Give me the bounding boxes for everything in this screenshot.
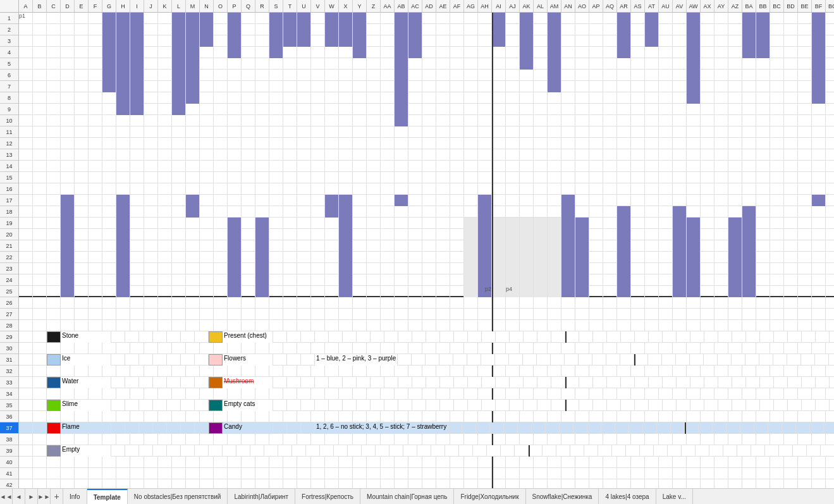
cell-r19-c52[interactable] xyxy=(742,218,756,229)
cell-r29-c22[interactable] xyxy=(398,331,412,343)
cell-r28-c42[interactable] xyxy=(603,320,617,331)
cell-r7-c32[interactable] xyxy=(464,81,478,92)
cell-r20-c35[interactable] xyxy=(506,229,520,240)
cell-r35-c21[interactable] xyxy=(384,400,398,411)
cell-r4-c13[interactable] xyxy=(200,47,214,58)
cell-r20-c36[interactable] xyxy=(520,229,534,240)
cell-r21-c12[interactable] xyxy=(186,240,200,252)
cell-r8-c24[interactable] xyxy=(353,92,367,104)
cell-r15-c28[interactable] xyxy=(408,172,422,183)
cell-r9-c37[interactable] xyxy=(534,104,548,115)
cell-r28-c36[interactable] xyxy=(520,320,534,331)
cell-r34-c28[interactable] xyxy=(408,388,422,400)
cell-r32-c18[interactable] xyxy=(269,366,283,377)
cell-r20-c24[interactable] xyxy=(353,229,367,240)
cell-r37-c10[interactable] xyxy=(195,422,209,434)
cell-r27-c49[interactable] xyxy=(701,309,714,320)
sheet-tab-8[interactable]: 4 lakes|4 озера xyxy=(599,489,656,504)
cell-r11-c27[interactable] xyxy=(395,126,408,138)
cell-r30-c17[interactable] xyxy=(255,343,269,354)
cell-r31-c30[interactable] xyxy=(579,354,592,366)
cell-r29-c25[interactable] xyxy=(440,331,454,343)
cell-r2-c33[interactable] xyxy=(478,24,492,35)
cell-r28-c5[interactable] xyxy=(89,320,102,331)
cell-r37-c24[interactable] xyxy=(546,422,560,434)
cell-r16-c52[interactable] xyxy=(742,183,756,195)
cell-r33-c12[interactable]: Mushroom xyxy=(223,377,273,388)
cell-r16-c31[interactable] xyxy=(450,183,464,195)
cell-r9-c30[interactable] xyxy=(436,104,450,115)
cell-r34-c2[interactable] xyxy=(47,388,61,400)
cell-r38-c21[interactable] xyxy=(311,434,325,445)
cell-r42-c33[interactable] xyxy=(478,479,492,488)
cell-r30-c24[interactable] xyxy=(353,343,367,354)
cell-r7-c39[interactable] xyxy=(561,81,575,92)
cell-r42-c14[interactable] xyxy=(214,479,228,488)
cell-r7-c58[interactable] xyxy=(826,81,834,92)
cell-r3-c16[interactable] xyxy=(242,35,255,47)
cell-r12-c14[interactable] xyxy=(214,138,228,149)
cell-r36-c28[interactable] xyxy=(408,411,422,422)
cell-r38-c4[interactable] xyxy=(75,434,89,445)
cell-r23-c2[interactable] xyxy=(47,263,61,274)
cell-r30-c19[interactable] xyxy=(283,343,297,354)
cell-r36-c34[interactable] xyxy=(492,411,506,422)
cell-r2-c58[interactable] xyxy=(826,24,834,35)
cell-r10-c14[interactable] xyxy=(214,115,228,126)
cell-r6-c56[interactable] xyxy=(798,70,812,81)
cell-r12-c42[interactable] xyxy=(603,138,617,149)
cell-r2-c47[interactable] xyxy=(673,24,687,35)
cell-r35-c4[interactable] xyxy=(111,400,125,411)
cell-r24-c52[interactable] xyxy=(742,274,756,286)
cell-r21-c33[interactable] xyxy=(478,240,492,252)
cell-r35-c49[interactable] xyxy=(774,400,788,411)
cell-r35-c16[interactable] xyxy=(315,400,329,411)
cell-r7-c18[interactable] xyxy=(269,81,283,92)
cell-r5-c56[interactable] xyxy=(798,58,812,70)
cell-r4-c17[interactable] xyxy=(255,47,269,58)
cell-r4-c32[interactable] xyxy=(464,47,478,58)
cell-r22-c14[interactable] xyxy=(214,252,228,263)
cell-r38-c53[interactable] xyxy=(756,434,770,445)
cell-r42-c12[interactable] xyxy=(186,479,200,488)
cell-r32-c2[interactable] xyxy=(47,366,61,377)
cell-r40-c15[interactable] xyxy=(228,457,242,468)
cell-r30-c33[interactable] xyxy=(478,343,492,354)
cell-r7-c11[interactable] xyxy=(172,81,186,92)
cell-r6-c17[interactable] xyxy=(255,70,269,81)
cell-r40-c19[interactable] xyxy=(283,457,297,468)
cell-r1-c3[interactable] xyxy=(61,13,75,24)
cell-r18-c55[interactable] xyxy=(784,206,798,218)
cell-r38-c36[interactable] xyxy=(520,434,534,445)
cell-r39-c30[interactable] xyxy=(473,445,487,457)
cell-r18-c54[interactable] xyxy=(770,206,784,218)
cell-r28-c26[interactable] xyxy=(381,320,395,331)
cell-r30-c23[interactable] xyxy=(339,343,353,354)
cell-r36-c15[interactable] xyxy=(228,411,242,422)
cell-r24-c42[interactable] xyxy=(603,274,617,286)
cell-r31-c32[interactable] xyxy=(606,354,620,366)
cell-r3-c1[interactable] xyxy=(33,35,47,47)
cell-r39-c13[interactable] xyxy=(236,445,250,457)
cell-r24-c51[interactable] xyxy=(728,274,742,286)
cell-r10-c17[interactable] xyxy=(255,115,269,126)
cell-r19-c16[interactable] xyxy=(242,218,255,229)
cell-r39-c28[interactable] xyxy=(445,445,459,457)
cell-r4-c19[interactable] xyxy=(283,47,297,58)
cell-r21-c30[interactable] xyxy=(436,240,450,252)
cell-r3-c34[interactable] xyxy=(492,35,506,47)
cell-r29-c13[interactable] xyxy=(273,331,287,343)
cell-r3-c58[interactable] xyxy=(826,35,834,47)
cell-r30-c27[interactable] xyxy=(395,343,408,354)
cell-r3-c2[interactable] xyxy=(47,35,61,47)
cell-r41-c30[interactable] xyxy=(436,468,450,479)
cell-r4-c15[interactable] xyxy=(228,47,242,58)
cell-r6-c26[interactable] xyxy=(381,70,395,81)
cell-r2-c13[interactable] xyxy=(200,24,214,35)
cell-r20-c45[interactable] xyxy=(645,229,659,240)
cell-r30-c25[interactable] xyxy=(367,343,381,354)
cell-r10-c42[interactable] xyxy=(603,115,617,126)
cell-r33-c42[interactable] xyxy=(677,377,690,388)
cell-r36-c30[interactable] xyxy=(436,411,450,422)
cell-r35-c9[interactable] xyxy=(181,400,195,411)
